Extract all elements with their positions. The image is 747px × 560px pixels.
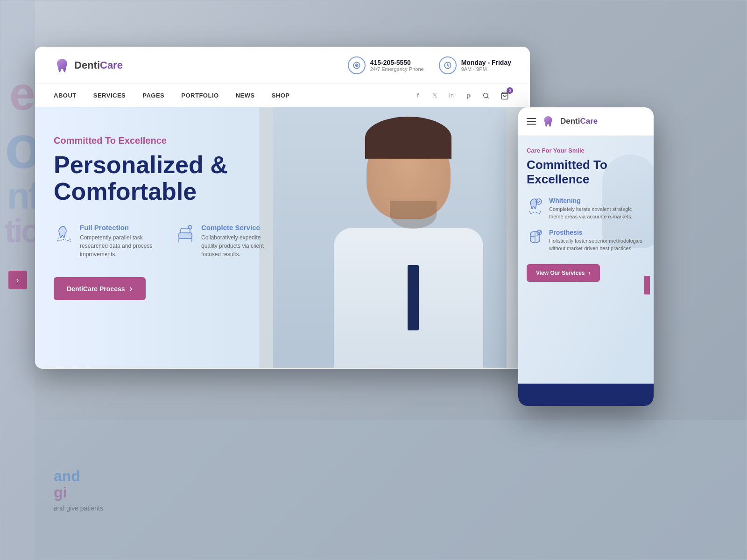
prosthesis-text: Prosthesis Holistically foster superior … bbox=[549, 229, 645, 252]
bottom-bg-subtext: and give patients bbox=[54, 504, 103, 512]
left-arrow-button[interactable]: › bbox=[8, 271, 27, 289]
left-panel: › bbox=[0, 0, 35, 560]
svg-point-9 bbox=[188, 225, 192, 229]
desktop-logo: DentiCare bbox=[54, 57, 123, 74]
whitening-name: Whitening bbox=[549, 197, 645, 204]
hero-tagline: Committed To Excellence bbox=[54, 135, 278, 146]
view-services-button[interactable]: View Our Services › bbox=[527, 264, 600, 282]
desktop-browser-window: DentiCare 415-205-5550 24/7 Emergency Ph… bbox=[35, 47, 530, 369]
svg-text:24: 24 bbox=[446, 64, 448, 66]
header-contact: 415-205-5550 24/7 Emergency Phone 24 Mon… bbox=[348, 56, 511, 74]
feature-complete-service: Complete Service Collaboratively expedit… bbox=[175, 224, 278, 259]
mobile-hero: Care For Your Smile Committed To Excelle… bbox=[518, 136, 654, 384]
desktop-hero: Committed To Excellence Personalized & C… bbox=[35, 107, 530, 368]
nav-pages[interactable]: PAGES bbox=[142, 92, 164, 99]
feature1-desc: Competently parallel task researched dat… bbox=[80, 233, 156, 259]
view-services-label: View Our Services bbox=[536, 270, 585, 276]
hours-time: 9AM - 9PM bbox=[461, 66, 511, 72]
desktop-nav: ABOUT SERVICES PAGES PORTFOLIO NEWS SHOP… bbox=[35, 84, 530, 107]
hero-content: Committed To Excellence Personalized & C… bbox=[54, 135, 278, 300]
nav-links: ABOUT SERVICES PAGES PORTFOLIO NEWS SHOP bbox=[54, 92, 289, 99]
dental-chair-icon bbox=[175, 224, 196, 244]
denticare-process-button[interactable]: DentiCare Process › bbox=[54, 277, 146, 300]
doctor-tie bbox=[408, 265, 419, 330]
hamburger-menu[interactable] bbox=[527, 118, 536, 125]
process-button-arrow: › bbox=[130, 284, 133, 294]
nav-shop[interactable]: SHOP bbox=[272, 92, 290, 99]
feature-complete-service-text: Complete Service Collaboratively expedit… bbox=[201, 224, 278, 259]
facebook-icon[interactable]: f bbox=[412, 90, 423, 101]
mobile-browser-window: DentiCare Care For Your Smile Committed … bbox=[518, 107, 654, 406]
denticare-process-label: DentiCare Process bbox=[67, 285, 125, 293]
mobile-bottom-bar bbox=[518, 384, 654, 406]
hamburger-line2 bbox=[527, 121, 536, 122]
search-button[interactable] bbox=[479, 89, 493, 102]
hamburger-line3 bbox=[527, 124, 536, 125]
clock-icon: 24 bbox=[439, 56, 457, 74]
mobile-title: Committed To Excellence bbox=[527, 158, 645, 187]
nav-about[interactable]: ABOUT bbox=[54, 92, 77, 99]
mobile-logo-text: DentiCare bbox=[560, 117, 598, 126]
nav-right-actions: f 𝕏 in 𝗽 0 bbox=[412, 89, 511, 102]
feature2-title: Complete Service bbox=[201, 224, 278, 231]
doctor-beard bbox=[390, 201, 437, 229]
feature-full-protection-text: Full Protection Competently parallel tas… bbox=[80, 224, 156, 259]
linkedin-icon[interactable]: in bbox=[446, 90, 457, 101]
mobile-tagline: Care For Your Smile bbox=[527, 147, 645, 154]
mobile-hero-content: Care For Your Smile Committed To Excelle… bbox=[518, 136, 654, 290]
prosthesis-desc: Holistically foster superior methodologi… bbox=[549, 238, 645, 252]
cart-button[interactable]: 0 bbox=[498, 89, 511, 102]
doctor-image bbox=[259, 107, 530, 368]
whitening-desc: Completely iterate covalent strategic th… bbox=[549, 206, 645, 220]
doctor-hair bbox=[365, 117, 451, 159]
hero-features: Full Protection Competently parallel tas… bbox=[54, 224, 278, 259]
tooth-logo-icon bbox=[54, 57, 70, 74]
svg-point-12 bbox=[537, 230, 542, 235]
hamburger-line1 bbox=[527, 118, 536, 119]
phone-label: 24/7 Emergency Phone bbox=[370, 66, 424, 72]
nav-portfolio[interactable]: PORTFOLIO bbox=[181, 92, 218, 99]
nav-news[interactable]: NEWS bbox=[236, 92, 255, 99]
hours-days: Monday - Friday bbox=[461, 59, 511, 66]
mobile-tooth-icon bbox=[542, 115, 555, 128]
svg-rect-6 bbox=[179, 233, 192, 238]
hours-contact: 24 Monday - Friday 9AM - 9PM bbox=[439, 56, 511, 74]
phone-number: 415-205-5550 bbox=[370, 59, 424, 66]
desktop-header: DentiCare 415-205-5550 24/7 Emergency Ph… bbox=[35, 47, 530, 84]
nav-services[interactable]: SERVICES bbox=[93, 92, 126, 99]
twitter-icon[interactable]: 𝕏 bbox=[429, 90, 440, 101]
shield-tooth-icon bbox=[54, 224, 74, 244]
prosthesis-icon bbox=[527, 229, 543, 245]
phone-contact: 415-205-5550 24/7 Emergency Phone bbox=[348, 56, 424, 74]
whitening-icon bbox=[527, 197, 543, 214]
cart-badge: 0 bbox=[507, 87, 513, 94]
bottom-bg-text1: and bbox=[54, 468, 103, 484]
svg-point-4 bbox=[484, 93, 488, 97]
bottom-bg-text2: gi bbox=[54, 484, 103, 501]
phone-details: 415-205-5550 24/7 Emergency Phone bbox=[370, 59, 424, 72]
pinterest-icon[interactable]: 𝗽 bbox=[463, 90, 474, 101]
hours-details: Monday - Friday 9AM - 9PM bbox=[461, 59, 511, 72]
mobile-service-whitening: Whitening Completely iterate covalent st… bbox=[527, 197, 645, 220]
feature1-title: Full Protection bbox=[80, 224, 156, 231]
phone-icon bbox=[348, 56, 366, 74]
prosthesis-name: Prosthesis bbox=[549, 229, 645, 236]
hero-title: Personalized & Comfortable bbox=[54, 152, 278, 205]
svg-point-1 bbox=[356, 65, 357, 66]
feature-full-protection: Full Protection Competently parallel tas… bbox=[54, 224, 156, 259]
whitening-text: Whitening Completely iterate covalent st… bbox=[549, 197, 645, 220]
bottom-panel: and gi and give patients bbox=[35, 420, 747, 560]
desktop-logo-text: DentiCare bbox=[74, 59, 123, 71]
view-services-arrow: › bbox=[589, 270, 591, 276]
feature2-desc: Collaboratively expedite quality product… bbox=[201, 233, 278, 259]
mobile-service-prosthesis: Prosthesis Holistically foster superior … bbox=[527, 229, 645, 252]
mobile-header: DentiCare bbox=[518, 107, 654, 136]
